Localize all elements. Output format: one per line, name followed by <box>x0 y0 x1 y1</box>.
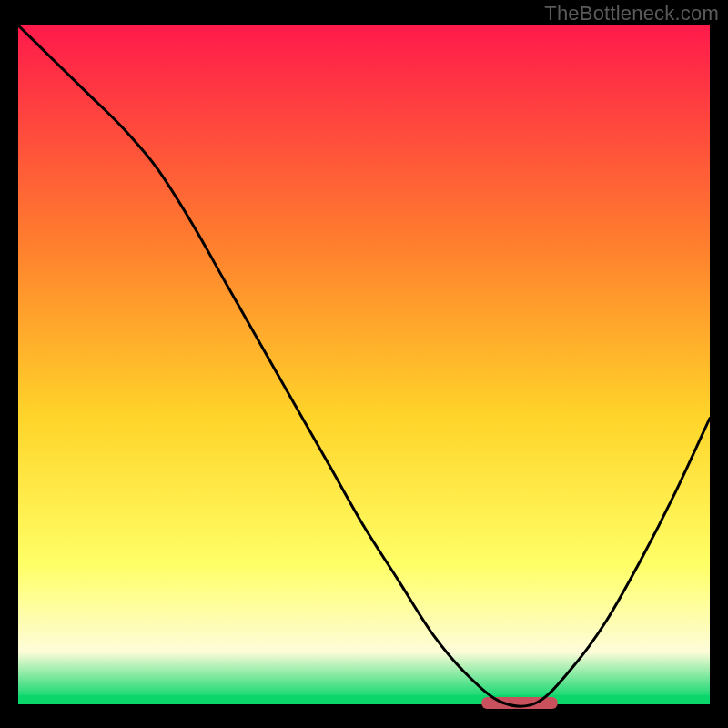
watermark-text: TheBottleneck.com <box>544 2 719 25</box>
ideal-bar <box>18 695 710 704</box>
plot-area <box>18 25 710 710</box>
chart-canvas: TheBottleneck.com <box>0 0 728 728</box>
chart-svg <box>18 25 710 710</box>
